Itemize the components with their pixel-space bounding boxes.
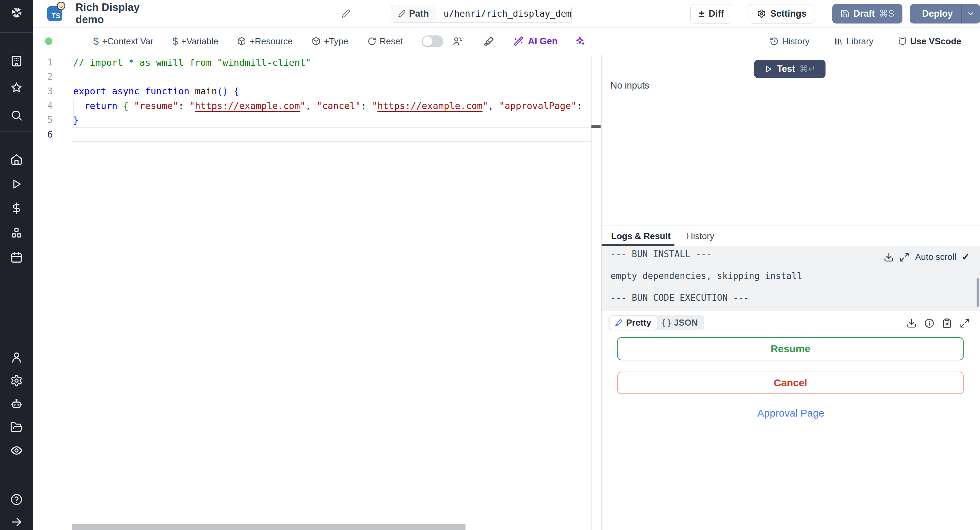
- code-line-1[interactable]: 1// import * as wmill from "windmill-cli…: [33, 55, 592, 69]
- sidebar-settings-icon[interactable]: [10, 374, 23, 387]
- tab-history[interactable]: History: [687, 231, 714, 241]
- code-line-2[interactable]: 2: [33, 69, 592, 84]
- edit-summary-pencil-icon[interactable]: [342, 9, 350, 18]
- editor-horizontal-scrollbar[interactable]: [72, 524, 466, 530]
- connection-status-dot: [45, 37, 52, 45]
- settings-button[interactable]: Settings: [749, 4, 815, 24]
- code-line-5[interactable]: 5}: [33, 113, 592, 127]
- test-run-button[interactable]: Test ⌘↵: [754, 60, 826, 78]
- add-variable-button[interactable]: $ +Variable: [172, 36, 218, 47]
- diff-mode-toggle[interactable]: [422, 35, 443, 47]
- code-text: export async function main() {: [73, 86, 239, 96]
- sidebar-runs-icon[interactable]: [10, 178, 23, 190]
- code-editor[interactable]: 1// import * as wmill from "windmill-cli…: [33, 55, 601, 530]
- auto-scroll-checkmark[interactable]: ✓: [962, 251, 970, 263]
- line-number: 1: [33, 57, 53, 67]
- dollar-icon: $: [172, 36, 178, 47]
- bun-runtime-icon: [56, 2, 66, 11]
- history-button[interactable]: History: [770, 36, 810, 47]
- expand-logs-icon[interactable]: [899, 252, 910, 262]
- dollar-icon: $: [93, 36, 99, 47]
- sidebar-resources-icon[interactable]: [10, 227, 23, 239]
- package-icon: [312, 37, 321, 46]
- result-view-toggle: Pretty { } JSON: [608, 315, 705, 330]
- download-logs-icon[interactable]: [884, 252, 894, 262]
- expand-result-icon[interactable]: [959, 318, 970, 328]
- add-context-var-button[interactable]: $ +Context Var: [93, 36, 153, 47]
- typescript-language-badge: TS: [47, 6, 62, 21]
- ai-gen-button[interactable]: AI Gen: [514, 36, 557, 47]
- pretty-view-button[interactable]: Pretty: [609, 316, 657, 330]
- add-context-var-label: +Context Var: [102, 36, 153, 47]
- sidebar-workers-icon[interactable]: [10, 398, 23, 410]
- sidebar-audit-logs-icon[interactable]: [10, 444, 23, 457]
- code-text: // import * as wmill from "windmill-clie…: [73, 57, 311, 68]
- sidebar-workspace-icon[interactable]: [10, 55, 23, 67]
- line-number: 4: [33, 101, 53, 111]
- sidebar-search-icon[interactable]: [10, 109, 23, 121]
- page-title: Rich Display demo: [76, 2, 165, 26]
- editor-toolbar: $ +Context Var $ +Variable +Resource +Ty…: [33, 27, 980, 55]
- sidebar-help-icon[interactable]: [10, 493, 23, 506]
- plus-minus-icon: ±: [699, 8, 705, 19]
- run-panel: Test ⌘↵ No inputs Logs & Result History …: [601, 55, 980, 530]
- add-resource-button[interactable]: +Resource: [237, 36, 292, 47]
- script-header: TS Rich Display demo Path: [33, 0, 980, 27]
- content-row: 1// import * as wmill from "windmill-cli…: [33, 55, 980, 530]
- deploy-label: Deploy: [922, 8, 953, 19]
- pencil-icon: [398, 10, 406, 18]
- library-button[interactable]: Library: [834, 36, 873, 47]
- logs-scrollbar-thumb[interactable]: [977, 278, 979, 307]
- reset-button[interactable]: Reset: [368, 36, 403, 47]
- approval-page-link[interactable]: Approval Page: [601, 407, 980, 419]
- draft-button[interactable]: Draft ⌘S: [832, 4, 902, 24]
- sidebar-home-icon[interactable]: [10, 153, 23, 166]
- run-panel-divider: [601, 225, 980, 225]
- sidebar-favorites-icon[interactable]: [10, 81, 23, 94]
- add-type-button[interactable]: +Type: [312, 36, 348, 47]
- toolbar-right-group: History Library Use VScode: [770, 36, 961, 47]
- braces-icon: { }: [662, 318, 671, 327]
- sidebar-variables-icon[interactable]: [10, 202, 23, 215]
- test-label: Test: [777, 64, 795, 74]
- code-line-3[interactable]: 3export async function main() {: [33, 84, 592, 99]
- windmill-logo-icon[interactable]: [9, 5, 24, 21]
- cancel-button[interactable]: Cancel: [617, 372, 964, 394]
- json-label: JSON: [674, 318, 698, 328]
- use-vscode-button[interactable]: Use VScode: [898, 36, 961, 47]
- sidebar-schedules-icon[interactable]: [10, 251, 23, 263]
- line-number: 5: [33, 115, 53, 125]
- diff-button[interactable]: ± Diff: [690, 4, 732, 24]
- format-brush-icon[interactable]: [484, 36, 495, 47]
- path-label: Path: [409, 8, 429, 19]
- resume-button[interactable]: Resume: [617, 337, 964, 360]
- package-icon: [237, 37, 246, 46]
- draft-shortcut: ⌘S: [879, 8, 894, 19]
- path-label-segment: Path: [391, 5, 436, 22]
- history-label: History: [782, 36, 810, 47]
- deploy-button[interactable]: Deploy: [910, 4, 961, 24]
- code-text: }: [73, 115, 79, 125]
- download-result-icon[interactable]: [907, 318, 917, 328]
- deploy-dropdown-button[interactable]: [961, 4, 980, 24]
- copy-to-clipboard-icon[interactable]: [942, 318, 952, 328]
- code-line-6[interactable]: 6: [33, 127, 592, 141]
- multiplayer-icon[interactable]: [452, 36, 463, 47]
- settings-label: Settings: [770, 8, 807, 19]
- json-view-button[interactable]: { } JSON: [657, 316, 703, 330]
- add-variable-label: +Variable: [181, 36, 218, 47]
- sidebar-folders-icon[interactable]: [10, 421, 23, 434]
- overview-ruler-cursor-mark: [592, 125, 601, 128]
- code-line-4[interactable]: 4 return { "resume": "https://example.co…: [33, 99, 592, 113]
- use-vscode-label: Use VScode: [910, 36, 961, 47]
- sidebar-divider: [0, 131, 33, 132]
- typescript-label: TS: [51, 12, 60, 20]
- sparkles-icon[interactable]: [574, 36, 585, 47]
- sidebar-users-icon[interactable]: [10, 351, 23, 364]
- info-icon[interactable]: [924, 318, 934, 328]
- code-text: return { "resume": "https://example.com"…: [73, 101, 582, 111]
- gear-icon: [757, 9, 766, 18]
- sidebar-collapse-arrow-icon[interactable]: [10, 516, 23, 528]
- path-field[interactable]: Path u/henri/rich_display_demo: [391, 5, 572, 23]
- tab-logs-and-result[interactable]: Logs & Result: [611, 231, 671, 241]
